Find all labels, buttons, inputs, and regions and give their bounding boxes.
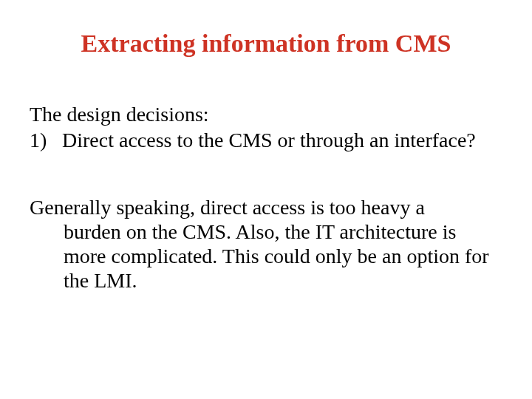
slide-title: Extracting information from CMS bbox=[0, 30, 532, 58]
paragraph-2-first-line: Generally speaking, direct access is too… bbox=[30, 195, 502, 219]
list-item-1: 1) Direct access to the CMS or through a… bbox=[30, 128, 502, 152]
slide-body: The design decisions: 1) Direct access t… bbox=[30, 102, 502, 293]
paragraph-2-rest: burden on the CMS. Also, the IT architec… bbox=[64, 219, 502, 293]
slide: Extracting information from CMS The desi… bbox=[0, 0, 532, 399]
list-text: Direct access to the CMS or through an i… bbox=[62, 128, 502, 152]
intro-line: The design decisions: bbox=[30, 102, 502, 126]
list-number: 1) bbox=[30, 128, 62, 152]
paragraph-2: Generally speaking, direct access is too… bbox=[30, 195, 502, 293]
